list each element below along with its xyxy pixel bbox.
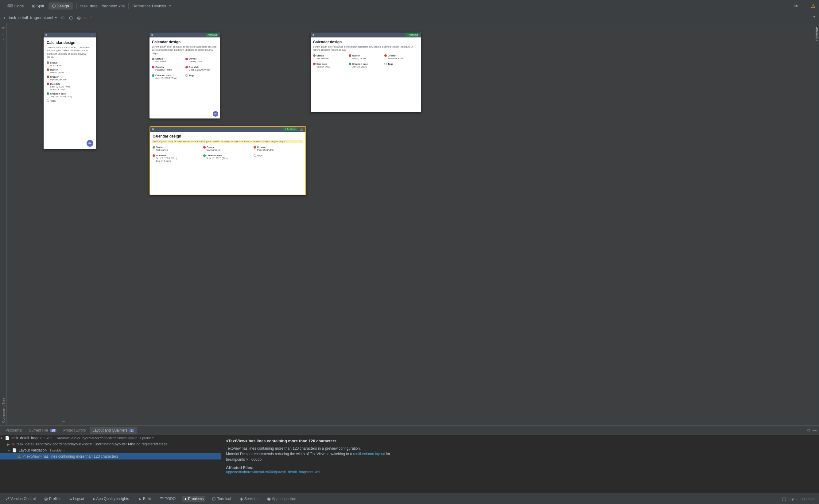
device-content-2: Calendar design Lorem ipsum dolor sit am… bbox=[149, 37, 220, 118]
up-arrow-icon[interactable]: ↑ bbox=[2, 37, 4, 42]
split-icon: ⊞ bbox=[32, 4, 37, 8]
layout-validation-text: Layout Validation bbox=[19, 448, 47, 452]
logcat-icon: ≡ bbox=[69, 496, 72, 501]
attributes-tab[interactable]: Attributes bbox=[814, 26, 819, 42]
reference-devices-label[interactable]: Reference Devices bbox=[132, 4, 166, 8]
scale-indicator: — bbox=[62, 420, 65, 423]
duedate-dot-1 bbox=[47, 83, 49, 85]
device-fields-2: StatusNot started OwnerDaring Dove Creat… bbox=[152, 57, 218, 81]
code-icon: ⌨ bbox=[7, 4, 14, 8]
tab-design[interactable]: ⬡ Design bbox=[49, 2, 73, 10]
status-app-inspection[interactable]: ◉ App Inspection bbox=[265, 496, 298, 502]
terminal-label: Terminal bbox=[217, 497, 231, 501]
error-badge[interactable]: ! bbox=[89, 15, 93, 21]
android-badge-3: + Android bbox=[405, 33, 419, 37]
problems-label: Problems bbox=[188, 497, 204, 501]
tab-split[interactable]: ⊞ Split bbox=[28, 2, 48, 10]
status-profiler[interactable]: ◎ Profiler bbox=[42, 496, 63, 502]
terminal-icon: ⊞ bbox=[212, 496, 216, 501]
device-close-1[interactable]: ‹ bbox=[91, 33, 94, 37]
status-bar: ⎇ Version Control ◎ Profiler ≡ Logcat ♦ … bbox=[0, 493, 819, 504]
expand-icon-2: ▶ bbox=[7, 443, 10, 446]
status-layout-inspector[interactable]: ⬚ Layout Inspector bbox=[780, 496, 817, 502]
file-dropdown-arrow[interactable]: ▼ bbox=[54, 16, 57, 19]
problem-item-file[interactable]: ▼ 📄 task_detail_fragment.xml ~/AndroidSt… bbox=[0, 435, 221, 441]
canvas-area: ‹ Calendar design Lorem ipsum dolor sit … bbox=[7, 23, 814, 425]
device-dot-4 bbox=[152, 128, 154, 130]
todo-icon: ☰ bbox=[160, 496, 164, 501]
version-control-icon: ⎇ bbox=[4, 496, 9, 501]
status-todo[interactable]: ☰ TODO bbox=[158, 496, 177, 502]
field-creation-1: Creation date July 16, 2020 (Thur) bbox=[47, 92, 93, 98]
tags-dot-1 bbox=[47, 99, 49, 102]
tab-project-errors[interactable]: Project Errors bbox=[60, 427, 89, 434]
textview-warning-text: <TextView> has lines containing more tha… bbox=[23, 454, 118, 459]
device-title-1: Calendar design bbox=[47, 41, 93, 45]
tab-current-file[interactable]: Current File 28 bbox=[26, 427, 60, 434]
tab-problems[interactable]: Problems: bbox=[2, 427, 25, 434]
detail-affected-file[interactable]: app/src/main/res/layout-w600dp/task_deta… bbox=[226, 470, 814, 474]
device-dot-1 bbox=[45, 34, 47, 36]
error-icon-1: ⊗ bbox=[12, 442, 15, 446]
tab-layout-qualifiers[interactable]: Layout and Qualifiers 2 bbox=[90, 427, 137, 434]
file-breadcrumb-1[interactable]: task_detail_fragment.xml bbox=[80, 4, 125, 8]
file-icon-2: 📄 bbox=[12, 448, 17, 452]
reference-devices-dropdown[interactable]: ▼ bbox=[169, 4, 172, 8]
horizontal-arrows-icon[interactable]: ↔ bbox=[1, 32, 5, 36]
more-button[interactable]: » bbox=[84, 15, 87, 20]
fab-button-1[interactable]: ✏ bbox=[87, 140, 93, 147]
expand-icon-3: ▼ bbox=[7, 449, 10, 452]
device-icon[interactable]: ⬚ bbox=[802, 3, 809, 9]
status-problems[interactable]: ● Problems bbox=[182, 496, 205, 502]
secondary-toolbar-right: ? bbox=[812, 15, 817, 21]
expand-icon-1: ▼ bbox=[0, 436, 3, 440]
creation-dot-1 bbox=[47, 92, 49, 95]
status-version-control[interactable]: ⎇ Version Control bbox=[2, 496, 37, 502]
problem-item-error[interactable]: ▶ ⊗ task_detail <androidx.coordinatorlay… bbox=[0, 441, 221, 447]
problems-icon: ● bbox=[184, 496, 187, 501]
layout-validation-count: 1 problem bbox=[49, 448, 64, 452]
field-status-1: Status Not started bbox=[47, 61, 93, 67]
status-services[interactable]: ◈ Services bbox=[238, 496, 260, 502]
device-dot-2 bbox=[151, 34, 153, 36]
fab-button-2[interactable]: ✏ bbox=[213, 111, 218, 117]
todo-label: TODO bbox=[165, 497, 176, 501]
file-count: 1 problem bbox=[138, 436, 154, 440]
field-duedate-1: Due date Sept 2, 2020 (Wed)Due in 3 days bbox=[47, 83, 93, 91]
file-name-text: task_detail_fragment.xml bbox=[11, 436, 52, 440]
layout-icon[interactable]: ◎ bbox=[76, 15, 82, 21]
status-app-quality[interactable]: ♦ App Quality Insights bbox=[91, 496, 131, 502]
status-build[interactable]: ▲ Build bbox=[136, 496, 153, 502]
problem-item-layout-validation[interactable]: ▼ 📄 Layout Validation 1 problem bbox=[0, 447, 221, 453]
right-attributes-panel: Attributes bbox=[814, 23, 819, 425]
device-dot-3 bbox=[312, 34, 314, 36]
eye-toggle-icon[interactable]: 👁 bbox=[1, 26, 5, 30]
minimize-icon[interactable]: — bbox=[813, 428, 817, 432]
device-frame-4: + Android ⚠ Calendar design Lorem ipsum … bbox=[149, 126, 306, 195]
owner-dot-1 bbox=[47, 68, 49, 71]
eye-icon[interactable]: 👁 bbox=[793, 3, 800, 9]
tab-code[interactable]: ⌨ Code bbox=[4, 2, 28, 10]
device-title-3: Calendar design bbox=[313, 40, 419, 44]
problems-content: ▼ 📄 task_detail_fragment.xml ~/AndroidSt… bbox=[0, 435, 819, 493]
blueprint-icon[interactable]: ⬡ bbox=[68, 15, 74, 21]
back-button[interactable]: ‹ bbox=[2, 15, 6, 21]
device-desc-1: Lorem ipsum dolor sit amet, consectetur … bbox=[47, 46, 93, 59]
settings-icon[interactable]: ⚙ bbox=[807, 428, 811, 432]
device-header-3: + Android bbox=[311, 33, 421, 37]
design-surface-icon[interactable]: ⊕ bbox=[60, 15, 66, 21]
field-tags-1: Tags bbox=[47, 99, 93, 102]
warning-icon-1: ⚠ bbox=[17, 454, 21, 459]
detail-body-text: TextView has lines containing more than … bbox=[226, 446, 361, 456]
component-tree-tab[interactable]: Component Tree bbox=[2, 398, 5, 423]
problem-item-textview-warning[interactable]: ⚠ <TextView> has lines containing more t… bbox=[0, 453, 221, 459]
status-terminal[interactable]: ⊞ Terminal bbox=[210, 496, 233, 502]
status-logcat[interactable]: ≡ Logcat bbox=[68, 496, 86, 502]
app-quality-icon: ♦ bbox=[93, 496, 95, 501]
status-dot-1 bbox=[47, 61, 49, 64]
detail-link[interactable]: multi-column layout bbox=[353, 452, 385, 456]
zoom-help[interactable]: ? bbox=[812, 15, 817, 21]
device-desc-3: Lorem ipsum dolor sit amet, consectetur … bbox=[313, 45, 419, 52]
field-owner-1: Owner Daring Dove bbox=[47, 68, 93, 74]
version-control-label: Version Control bbox=[10, 497, 36, 501]
